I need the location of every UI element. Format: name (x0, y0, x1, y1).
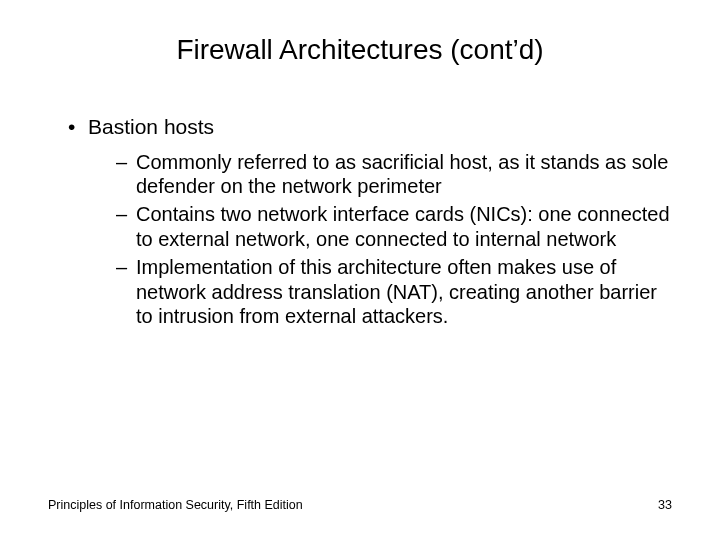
slide-footer: Principles of Information Security, Fift… (48, 498, 672, 512)
bullet-text: Commonly referred to as sacrificial host… (136, 151, 668, 197)
slide-content: Bastion hosts Commonly referred to as sa… (48, 114, 672, 328)
page-number: 33 (658, 498, 672, 512)
bullet-text: Bastion hosts (88, 115, 214, 138)
bullet-text: Implementation of this architecture ofte… (136, 256, 657, 327)
list-item: Commonly referred to as sacrificial host… (116, 150, 672, 199)
bullet-list-level2: Commonly referred to as sacrificial host… (88, 150, 672, 329)
slide: Firewall Architectures (cont’d) Bastion … (0, 0, 720, 540)
list-item: Contains two network interface cards (NI… (116, 202, 672, 251)
list-item: Implementation of this architecture ofte… (116, 255, 672, 328)
list-item: Bastion hosts Commonly referred to as sa… (68, 114, 672, 328)
slide-title: Firewall Architectures (cont’d) (48, 34, 672, 66)
bullet-text: Contains two network interface cards (NI… (136, 203, 670, 249)
footer-source: Principles of Information Security, Fift… (48, 498, 303, 512)
bullet-list-level1: Bastion hosts Commonly referred to as sa… (48, 114, 672, 328)
